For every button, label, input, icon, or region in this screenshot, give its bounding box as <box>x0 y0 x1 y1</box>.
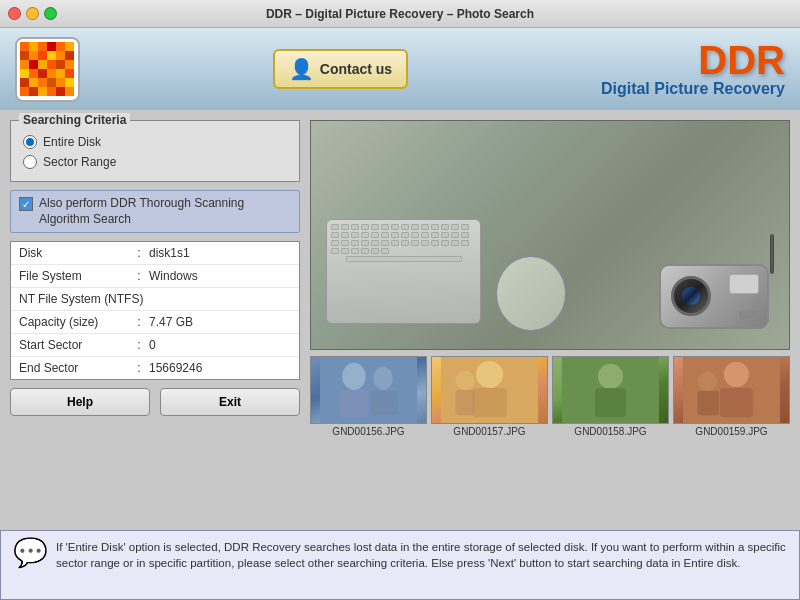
svg-rect-48 <box>595 388 626 417</box>
maximize-button[interactable] <box>44 7 57 20</box>
svg-rect-45 <box>456 390 475 415</box>
spacebar-row <box>327 256 480 262</box>
entire-disk-radio[interactable] <box>23 135 37 149</box>
svg-rect-15 <box>47 60 56 69</box>
thumbnail-svg-3 <box>674 357 789 423</box>
thumbnail-svg-1 <box>432 357 547 423</box>
disk-row-filesystem: File System : Windows <box>11 265 299 288</box>
svg-point-44 <box>456 371 475 390</box>
svg-rect-31 <box>29 87 38 96</box>
thumbnail-image-1 <box>431 356 548 424</box>
thumbnail-label-2: GND00158.JPG <box>574 426 646 437</box>
criteria-legend: Searching Criteria <box>19 113 130 127</box>
close-button[interactable] <box>8 7 21 20</box>
info-icon: 💬 <box>13 539 48 567</box>
svg-point-42 <box>476 361 503 388</box>
thumbnail-label-1: GND00157.JPG <box>453 426 525 437</box>
svg-point-52 <box>698 372 717 391</box>
svg-rect-38 <box>339 390 368 417</box>
main-content: Searching Criteria Entire Disk Sector Ra… <box>0 110 800 530</box>
exit-button[interactable]: Exit <box>160 388 300 416</box>
sector-range-label: Sector Range <box>43 155 116 169</box>
help-button[interactable]: Help <box>10 388 150 416</box>
window-title: DDR – Digital Picture Recovery – Photo S… <box>266 7 534 21</box>
main-preview-image <box>310 120 790 350</box>
svg-rect-40 <box>370 391 397 415</box>
logo-icon <box>20 42 75 97</box>
thumbnail-1[interactable]: GND00157.JPG <box>431 356 548 446</box>
brand-area: DDR Digital Picture Recovery <box>601 40 785 98</box>
thumbnail-label-0: GND00156.JPG <box>332 426 404 437</box>
disk-row-ntfs: NT File System (NTFS) <box>11 288 299 311</box>
svg-rect-17 <box>65 60 74 69</box>
disk-value: disk1s1 <box>149 246 291 260</box>
svg-rect-0 <box>20 42 29 51</box>
camera-decor <box>659 264 779 339</box>
filesystem-value: Windows <box>149 269 291 283</box>
svg-rect-13 <box>29 60 38 69</box>
image-placeholder <box>311 121 789 349</box>
sector-range-radio[interactable] <box>23 155 37 169</box>
thorough-scan-checkbox[interactable]: ✓ <box>19 197 33 211</box>
info-bar: 💬 If 'Entire Disk' option is selected, D… <box>0 530 800 600</box>
left-panel: Searching Criteria Entire Disk Sector Ra… <box>10 120 300 520</box>
app-logo <box>15 37 80 102</box>
thumbnail-row: GND00156.JPG GND00157.JPG <box>310 356 790 446</box>
svg-rect-21 <box>47 69 56 78</box>
svg-rect-29 <box>65 78 74 87</box>
thumbnail-svg-2 <box>553 357 668 423</box>
minimize-button[interactable] <box>26 7 39 20</box>
svg-point-50 <box>724 362 749 387</box>
sector-range-option[interactable]: Sector Range <box>23 155 287 169</box>
svg-rect-53 <box>698 391 719 415</box>
svg-rect-33 <box>47 87 56 96</box>
svg-rect-7 <box>29 51 38 60</box>
svg-rect-24 <box>20 78 29 87</box>
svg-rect-43 <box>472 388 507 417</box>
svg-rect-4 <box>56 42 65 51</box>
svg-rect-1 <box>29 42 38 51</box>
svg-rect-32 <box>38 87 47 96</box>
disk-row-disk: Disk : disk1s1 <box>11 242 299 265</box>
svg-rect-27 <box>47 78 56 87</box>
checkmark-icon: ✓ <box>22 199 30 210</box>
svg-rect-20 <box>38 69 47 78</box>
info-text: If 'Entire Disk' option is selected, DDR… <box>56 539 787 571</box>
svg-rect-10 <box>56 51 65 60</box>
svg-rect-12 <box>20 60 29 69</box>
thumbnail-3[interactable]: GND00159.JPG <box>673 356 790 446</box>
thumbnail-svg-0 <box>311 357 426 423</box>
window-controls[interactable] <box>8 7 57 20</box>
start-sector-value: 0 <box>149 338 291 352</box>
svg-rect-34 <box>56 87 65 96</box>
capacity-key: Capacity (size) <box>19 315 129 329</box>
entire-disk-option[interactable]: Entire Disk <box>23 135 287 149</box>
searching-criteria-box: Searching Criteria Entire Disk Sector Ra… <box>10 120 300 182</box>
svg-rect-19 <box>29 69 38 78</box>
contact-icon: 👤 <box>289 57 314 81</box>
svg-point-37 <box>342 363 365 390</box>
ntfs-label: NT File System (NTFS) <box>19 292 291 306</box>
brand-subtitle: Digital Picture Recovery <box>601 80 785 98</box>
svg-point-47 <box>598 364 623 389</box>
svg-rect-3 <box>47 42 56 51</box>
svg-rect-35 <box>65 87 74 96</box>
thorough-scan-checkbox-row[interactable]: ✓ Also perform DDR Thorough Scanning Alg… <box>10 190 300 233</box>
svg-rect-18 <box>20 69 29 78</box>
contact-button[interactable]: 👤 Contact us <box>273 49 408 89</box>
header: 👤 Contact us DDR Digital Picture Recover… <box>0 28 800 110</box>
keyboard-decor <box>326 219 481 324</box>
thumbnail-image-2 <box>552 356 669 424</box>
disk-row-end-sector: End Sector : 15669246 <box>11 357 299 379</box>
right-panel: GND00156.JPG GND00157.JPG <box>310 120 790 520</box>
thumbnail-0[interactable]: GND00156.JPG <box>310 356 427 446</box>
disk-row-capacity: Capacity (size) : 7.47 GB <box>11 311 299 334</box>
entire-disk-label: Entire Disk <box>43 135 101 149</box>
svg-rect-2 <box>38 42 47 51</box>
mousepad-decor <box>496 256 566 331</box>
svg-rect-9 <box>47 51 56 60</box>
thumbnail-2[interactable]: GND00158.JPG <box>552 356 669 446</box>
brand-name: DDR <box>601 40 785 80</box>
action-buttons: Help Exit <box>10 388 300 416</box>
thorough-scan-label: Also perform DDR Thorough Scanning Algor… <box>39 196 291 227</box>
